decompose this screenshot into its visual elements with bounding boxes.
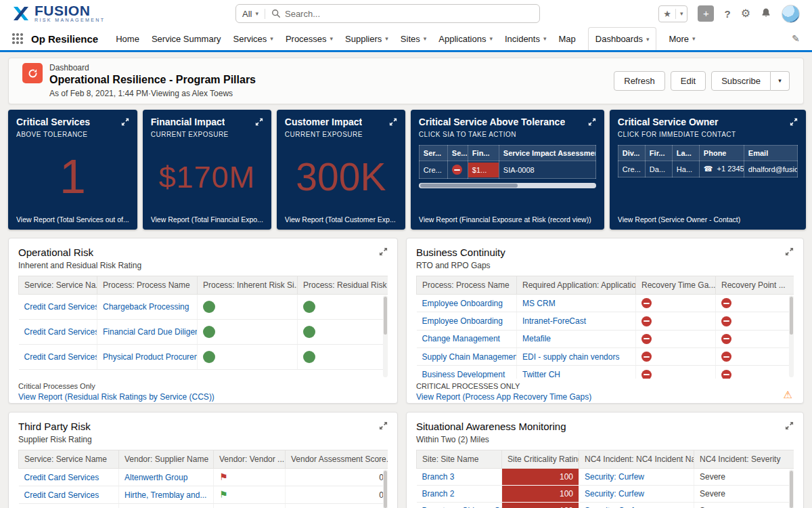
expand-icon[interactable] [785,247,794,259]
help-icon[interactable]: ? [724,9,730,19]
tab-applications[interactable]: Applications▾ [438,27,493,50]
tab-service-summary[interactable]: Service Summary [152,27,221,50]
table-row[interactable]: Credit Card ServicesChargeback Processin… [19,295,388,320]
column-header[interactable]: Process: Residual Risk Signa... [298,276,388,295]
cell-link[interactable]: Security: Curfew [585,489,644,499]
table-row[interactable]: Credit Card ServicesHirthe, Tremblay and… [19,486,388,504]
tab-more[interactable]: More▾ [669,27,695,50]
vertical-scrollbar[interactable] [383,469,388,508]
cell-link[interactable]: Financial Card Due Diligence [103,327,198,337]
column-header[interactable]: Site Criticality Rating..↓ [502,450,579,469]
cell-link[interactable]: Branch 2 [422,489,455,499]
column-header[interactable]: Required Application: Application N... [517,276,636,295]
column-header[interactable]: Fin... [468,146,499,161]
vertical-scrollbar[interactable] [383,295,388,377]
cell-link[interactable]: MS CRM [522,299,556,308]
column-header[interactable]: Vendor Assessment Score... [286,450,388,469]
quick-add-button[interactable]: + [698,5,714,22]
expand-icon[interactable] [121,117,129,129]
column-header[interactable]: Site: Site Name [417,450,502,469]
table-row[interactable]: Business DevelopmentTwitter CH [417,366,794,379]
column-header[interactable]: Process: Process Name [417,276,517,295]
view-report-link[interactable]: View Report (Financial Exposure at Risk … [419,215,596,224]
tab-dashboards[interactable]: Dashboards▾ [588,27,657,50]
cell-link[interactable]: Cre... [424,166,442,174]
cell-link[interactable]: Credit Card Services [24,490,99,500]
column-header[interactable]: Recovery Time Ga... [636,276,716,295]
expand-icon[interactable] [389,117,397,129]
view-report-link[interactable]: View Report (Process App Recovery Time G… [416,392,591,402]
tab-incidents[interactable]: Incidents▾ [505,27,547,50]
column-header[interactable]: Service: Service Name [19,450,119,469]
edit-pencil-icon[interactable]: ✎ [792,33,800,44]
column-header[interactable]: Process: Process Name [97,276,198,295]
column-header[interactable]: Email [744,146,797,161]
scrollbar-thumb[interactable] [420,184,518,188]
table-row[interactable]: Employee OnboardingIntranet-ForeCast [417,312,794,330]
cell-link[interactable]: Employee Onboarding [422,299,503,308]
column-header[interactable]: Service Impact Assessment: S... [499,146,595,161]
scrollbar-thumb[interactable] [790,471,793,508]
subscribe-button[interactable]: Subscribe [711,71,771,91]
scrollbar-thumb[interactable] [790,297,793,335]
tab-sites[interactable]: Sites▾ [401,27,426,50]
cell-link[interactable]: Credit Card Services [24,302,97,312]
notifications-bell-icon[interactable] [761,7,771,20]
view-report-link[interactable]: View Report (Residual Risk Ratings by Se… [18,392,215,402]
expand-icon[interactable] [255,117,263,129]
cell-link[interactable]: Security: Curfew [585,472,644,482]
cell-link[interactable]: SIA-0008 [503,166,535,174]
scrollbar-thumb[interactable] [384,471,387,508]
vertical-scrollbar[interactable] [789,295,794,377]
cell-link[interactable]: Business Development [422,370,505,379]
cell-link[interactable]: EDI - supply chain vendors [522,352,619,362]
table-row[interactable]: Downtown Chicago Offi...100Security: Cur… [417,503,794,508]
column-header[interactable]: Recovery Point ... [716,276,794,295]
cell-link[interactable]: Da... [650,165,665,173]
column-header[interactable]: Se... [447,146,468,161]
tab-processes[interactable]: Processes▾ [286,27,333,50]
search-input[interactable] [285,9,533,19]
cell-link[interactable]: Metafile [522,334,551,343]
cell-link[interactable]: Branch 3 [422,472,455,482]
cell-link[interactable]: Credit Card Services [24,473,99,482]
cell-link[interactable]: Supply Chain Management [422,352,517,362]
cell-link[interactable]: Twitter CH [522,370,560,379]
vertical-scrollbar[interactable] [789,469,794,508]
cell-link[interactable]: Change Management [422,334,500,343]
horizontal-scrollbar[interactable] [419,183,596,188]
scrollbar-thumb[interactable] [384,297,387,335]
table-row[interactable]: Cre...$1...SIA-0008 [419,161,595,179]
favorites-button[interactable]: ★ ▾ [658,5,687,22]
view-report-link[interactable]: View Report (Total Customer Exp... [285,215,397,224]
view-report-link[interactable]: View Report (Service Owner - Contact) [618,215,798,224]
column-header[interactable]: Service: Service Na... [19,276,97,295]
column-header[interactable]: Fir... [645,146,672,161]
column-header[interactable]: La... [672,146,699,161]
view-report-link[interactable]: View Report (Total Financial Expo... [151,215,263,224]
column-header[interactable]: Div... [618,146,645,161]
gear-icon[interactable]: ⚙ [741,8,750,19]
edit-button[interactable]: Edit [671,71,706,91]
expand-icon[interactable] [785,421,794,433]
column-header[interactable]: Vendor: Vendor ... [214,450,286,469]
fusion-logo[interactable]: FUSION RISK MANAGEMENT [12,5,235,23]
table-row[interactable]: Cre...Da...Ha...☎ +1 2345dhalford@fusio.… [618,161,797,177]
cell-link[interactable]: Chargeback Processing [103,302,189,312]
phone-link[interactable]: +1 2345 [715,165,744,173]
column-header[interactable]: Ser... [419,146,447,161]
table-row[interactable]: Supply Chain ManagementEDI - supply chai… [417,347,794,365]
user-avatar[interactable] [782,5,800,23]
table-row[interactable]: Credit Card ServicesAltenwerth Group⚑0 [19,469,388,486]
tab-home[interactable]: Home [116,27,139,50]
table-row[interactable]: Credit Card ServicesMasterCard Card Ser.… [19,504,388,508]
column-header[interactable]: NC4 Incident: Severity [694,450,794,469]
column-header[interactable]: Process: Inherent Risk Si... [198,276,298,295]
cell-link[interactable]: Cre... [623,165,641,173]
column-header[interactable]: Phone [699,146,744,161]
search-scope-selector[interactable]: All ▾ [242,9,265,19]
expand-icon[interactable] [790,117,798,129]
global-search[interactable]: All ▾ [235,4,540,23]
cell-link[interactable]: dhalford@fusio... [748,165,798,173]
tab-map[interactable]: Map [559,27,576,50]
